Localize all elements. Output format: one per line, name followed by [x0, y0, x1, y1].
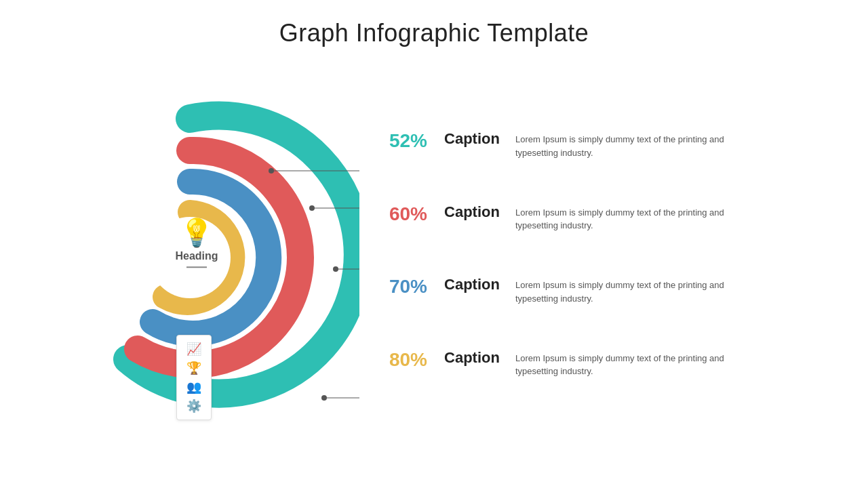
desc-1: Lorem Ipsum is simply dummy text of the …	[515, 130, 766, 159]
desc-2: Lorem Ipsum is simply dummy text of the …	[515, 203, 766, 232]
caption-2: Caption	[438, 203, 506, 221]
desc-4: Lorem Ipsum is simply dummy text of the …	[515, 349, 766, 378]
svg-point-2	[269, 168, 274, 174]
labels-area: 52% Caption Lorem Ipsum is simply dummy …	[373, 95, 766, 400]
main-content: 💡 Heading 📈 🏆 👥 ⚙️ 52% Caption Lorem Ips…	[0, 47, 868, 427]
icon-bar: 📈 🏆 👥 ⚙️	[176, 335, 212, 420]
label-row-2: 60% Caption Lorem Ipsum is simply dummy …	[373, 203, 766, 232]
desc-3: Lorem Ipsum is simply dummy text of the …	[515, 276, 766, 305]
percent-1: 52%	[373, 130, 427, 152]
percent-2: 60%	[373, 203, 427, 225]
icon-bar-gear: ⚙️	[186, 396, 201, 415]
center-line	[186, 266, 207, 268]
svg-point-8	[333, 266, 338, 272]
center-heading: Heading	[146, 250, 248, 262]
center-icon: 💡	[146, 219, 248, 246]
svg-point-5	[309, 205, 315, 211]
label-row-1: 52% Caption Lorem Ipsum is simply dummy …	[373, 130, 766, 159]
icon-bar-trophy: 🏆	[186, 359, 201, 378]
percent-3: 70%	[373, 276, 427, 298]
label-row-3: 70% Caption Lorem Ipsum is simply dummy …	[373, 276, 766, 305]
chart-area: 💡 Heading 📈 🏆 👥 ⚙️	[41, 68, 353, 427]
caption-4: Caption	[438, 349, 506, 367]
page-title: Graph Infographic Template	[0, 0, 868, 47]
caption-3: Caption	[438, 276, 506, 293]
percent-4: 80%	[373, 349, 427, 371]
center-content: 💡 Heading	[146, 219, 248, 268]
caption-1: Caption	[438, 130, 506, 148]
label-row-4: 80% Caption Lorem Ipsum is simply dummy …	[373, 349, 766, 378]
icon-bar-chart: 📈	[186, 340, 201, 359]
svg-point-11	[321, 395, 327, 401]
icon-bar-people: 👥	[186, 378, 201, 396]
